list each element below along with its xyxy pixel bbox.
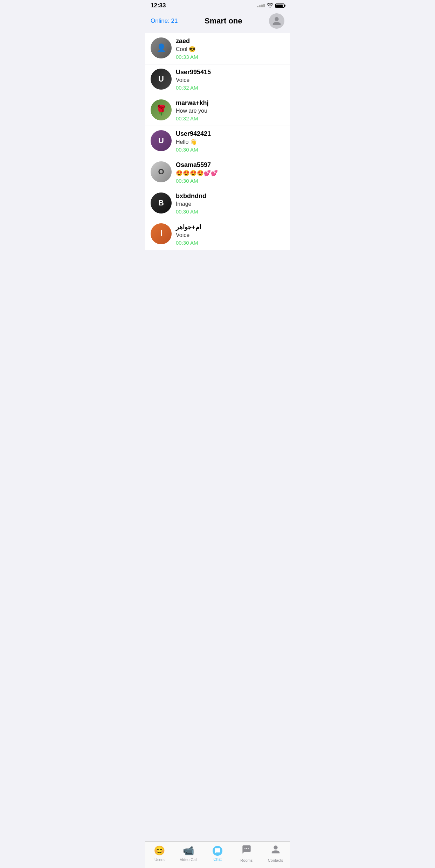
status-bar: 12:33 xyxy=(145,0,290,10)
chat-last-message: Cool 😎 xyxy=(176,46,284,52)
rooms-icon xyxy=(242,845,251,857)
list-item[interactable]: 🌹 marwa+khj How are you 00:32 AM xyxy=(145,95,290,126)
avatar: U xyxy=(151,130,172,151)
chat-username: ام+جواهر xyxy=(176,223,284,231)
list-item[interactable]: O Osama5597 😍😍😍😍💕💕 00:30 AM xyxy=(145,157,290,188)
wifi-icon xyxy=(267,3,273,9)
avatar: 👤 xyxy=(151,37,172,58)
header-avatar[interactable] xyxy=(269,13,284,29)
chat-timestamp: 00:30 AM xyxy=(176,240,284,246)
list-item[interactable]: ا ام+جواهر Voice 00:30 AM xyxy=(145,219,290,250)
chat-last-message: How are you xyxy=(176,108,284,114)
tab-chat[interactable]: Chat xyxy=(206,846,229,861)
group-title: Smart one xyxy=(205,16,242,26)
list-item[interactable]: U User942421 Hello 👋 00:30 AM xyxy=(145,126,290,157)
video-call-icon: 📹 xyxy=(183,845,194,856)
person-icon xyxy=(272,16,282,26)
tab-bar: 😊 Users 📹 Video Call Chat Rooms Contacts xyxy=(145,841,290,868)
chat-last-message: Voice xyxy=(176,77,284,83)
list-item[interactable]: B bxbdndnd Image 00:30 AM xyxy=(145,188,290,219)
tab-contacts-label: Contacts xyxy=(268,858,283,862)
tab-users[interactable]: 😊 Users xyxy=(148,845,171,862)
chat-timestamp: 00:30 AM xyxy=(176,147,284,153)
tab-contacts[interactable]: Contacts xyxy=(264,845,287,862)
avatar: 🌹 xyxy=(151,99,172,120)
chat-timestamp: 00:30 AM xyxy=(176,178,284,184)
avatar: U xyxy=(151,69,172,90)
chat-username: User995415 xyxy=(176,69,284,76)
chat-bubble-active-icon xyxy=(213,846,222,856)
chat-list: 👤 zaed Cool 😎 00:33 AM U User995415 Voic… xyxy=(145,33,290,250)
chat-username: Osama5597 xyxy=(176,161,284,169)
chat-username: zaed xyxy=(176,37,284,45)
tab-chat-label: Chat xyxy=(213,857,221,861)
tab-rooms-label: Rooms xyxy=(240,858,253,862)
tab-video-call-label: Video Call xyxy=(180,858,197,862)
chat-username: marwa+khj xyxy=(176,99,284,107)
contacts-icon xyxy=(271,845,281,857)
avatar: O xyxy=(151,161,172,182)
chat-timestamp: 00:32 AM xyxy=(176,115,284,121)
signal-icon xyxy=(257,4,265,7)
chat-username: User942421 xyxy=(176,130,284,138)
chat-timestamp: 00:33 AM xyxy=(176,54,284,60)
status-icons xyxy=(257,3,284,9)
users-icon: 😊 xyxy=(154,845,165,856)
chat-last-message: Voice xyxy=(176,232,284,238)
tab-video-call[interactable]: 📹 Video Call xyxy=(177,845,200,862)
chat-last-message: 😍😍😍😍💕💕 xyxy=(176,170,284,176)
header: Online: 21 Smart one xyxy=(145,10,290,33)
list-item[interactable]: 👤 zaed Cool 😎 00:33 AM xyxy=(145,33,290,64)
tab-rooms[interactable]: Rooms xyxy=(235,845,258,862)
chat-username: bxbdndnd xyxy=(176,192,284,200)
chat-timestamp: 00:30 AM xyxy=(176,209,284,215)
chat-timestamp: 00:32 AM xyxy=(176,85,284,91)
tab-users-label: Users xyxy=(154,858,165,862)
avatar: ا xyxy=(151,223,172,244)
battery-icon xyxy=(275,4,284,8)
avatar: B xyxy=(151,192,172,214)
chat-last-message: Hello 👋 xyxy=(176,139,284,145)
chat-last-message: Image xyxy=(176,201,284,207)
online-count: Online: 21 xyxy=(151,18,178,24)
list-item[interactable]: U User995415 Voice 00:32 AM xyxy=(145,64,290,95)
status-time: 12:33 xyxy=(151,2,166,9)
